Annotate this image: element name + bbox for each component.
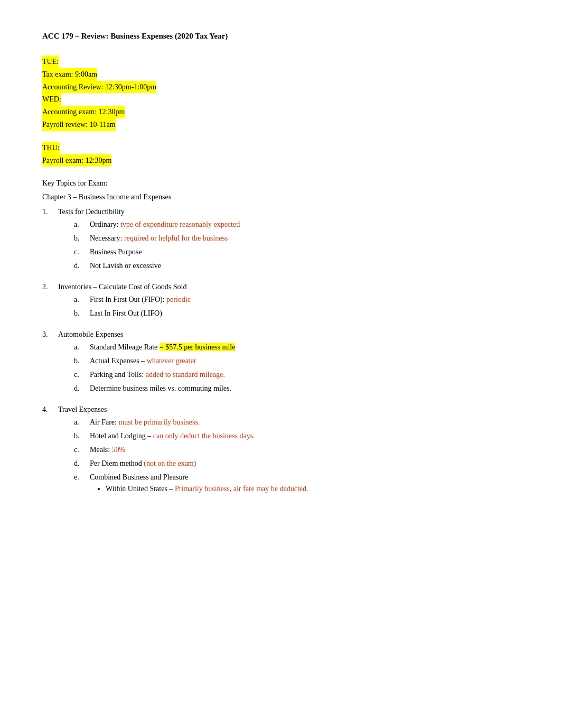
page-title: ACC 179 – Review: Business Expenses (202… bbox=[42, 32, 519, 41]
item-1-num: 1. bbox=[42, 208, 58, 216]
sub-item-3d: d. Determine business miles vs. commutin… bbox=[58, 384, 519, 393]
letter-3b: b. bbox=[58, 357, 90, 365]
sub-4b-content: Hotel and Lodging – can only deduct the … bbox=[90, 432, 519, 440]
letter-4a: a. bbox=[58, 418, 90, 427]
letter-4b: b. bbox=[58, 432, 90, 440]
item-3-content: Automobile Expenses a. Standard Mileage … bbox=[58, 330, 519, 398]
bullet-list-4e: Within United States – Primarily busines… bbox=[90, 485, 519, 493]
chapter-heading: Chapter 3 – Business Income and Expenses bbox=[42, 193, 519, 201]
item-4-sublist: a. Air Fare: must be primarily business.… bbox=[58, 418, 519, 496]
within-us-colored: Primarily business, air fare may be dedu… bbox=[175, 485, 308, 493]
sub-item-1d: d. Not Lavish or excessive bbox=[58, 262, 519, 270]
letter-4e: e. bbox=[58, 473, 90, 482]
sub-item-4d: d. Per Diem method (not on the exam) bbox=[58, 459, 519, 468]
letter-2b: b. bbox=[58, 309, 90, 318]
sub-item-4b: b. Hotel and Lodging – can only deduct t… bbox=[58, 432, 519, 440]
main-list: 1. Tests for Deductibility a. Ordinary: … bbox=[42, 208, 519, 502]
item-3-sublist: a. Standard Mileage Rate = $57.5 per bus… bbox=[58, 343, 519, 393]
sub-3b-content: Actual Expenses – whatever greater bbox=[90, 357, 519, 365]
wed-item-1: Accounting exam: 12:30pm bbox=[42, 106, 125, 118]
sub-1a-content: Ordinary: type of expenditure reasonably… bbox=[90, 220, 519, 229]
airfare-colored: must be primarily business. bbox=[118, 418, 200, 426]
letter-d: d. bbox=[58, 262, 90, 270]
sub-4a-content: Air Fare: must be primarily business. bbox=[90, 418, 519, 427]
sub-item-1a: a. Ordinary: type of expenditure reasona… bbox=[58, 220, 519, 229]
sub-2b-content: Last In First Out (LIFO) bbox=[90, 309, 519, 318]
letter-3c: c. bbox=[58, 371, 90, 379]
sub-3a-content: Standard Mileage Rate = $57.5 per busine… bbox=[90, 343, 519, 352]
tue-item-2: Accounting Review: 12:30pm-1:00pm bbox=[42, 81, 156, 94]
sub-3c-content: Parking and Tolls: added to standard mil… bbox=[90, 371, 519, 379]
item-1-content: Tests for Deductibility a. Ordinary: typ… bbox=[58, 208, 519, 275]
wed-label: WED: bbox=[42, 93, 61, 106]
wed-item-2: Payroll review: 10-11am bbox=[42, 118, 116, 131]
letter-4d: d. bbox=[58, 459, 90, 468]
thu-label: THU: bbox=[42, 142, 60, 154]
sub-item-4c: c. Meals: 50% bbox=[58, 446, 519, 454]
sub-item-4e: e. Combined Business and Pleasure Within… bbox=[58, 473, 519, 496]
main-item-3: 3. Automobile Expenses a. Standard Milea… bbox=[42, 330, 519, 398]
main-item-1: 1. Tests for Deductibility a. Ordinary: … bbox=[42, 208, 519, 275]
letter-4c: c. bbox=[58, 446, 90, 454]
sub-item-2a: a. First In First Out (FIFO): periodic bbox=[58, 296, 519, 304]
item-1-label: Tests for Deductibility bbox=[58, 208, 125, 216]
item-4-content: Travel Expenses a. Air Fare: must be pri… bbox=[58, 406, 519, 502]
perdiem-colored: (not on the exam) bbox=[144, 459, 196, 467]
item-2-content: Inventories – Calculate Cost of Goods So… bbox=[58, 283, 519, 323]
item-2-sublist: a. First In First Out (FIFO): periodic b… bbox=[58, 296, 519, 318]
meals-colored: 50% bbox=[112, 446, 126, 454]
item-4-label: Travel Expenses bbox=[58, 406, 107, 413]
actual-expenses-colored: whatever greater bbox=[147, 357, 197, 365]
sub-1b-content: Necessary: required or helpful for the b… bbox=[90, 234, 519, 243]
item-2-label: Inventories – Calculate Cost of Goods So… bbox=[58, 283, 186, 291]
necessary-colored: required or helpful for the business bbox=[124, 234, 228, 242]
page-wrapper: ACC 179 – Review: Business Expenses (202… bbox=[42, 32, 519, 728]
sub-item-3c: c. Parking and Tolls: added to standard … bbox=[58, 371, 519, 379]
item-2-num: 2. bbox=[42, 283, 58, 291]
letter-c: c. bbox=[58, 248, 90, 256]
sub-1c-content: Business Purpose bbox=[90, 248, 519, 256]
main-item-4: 4. Travel Expenses a. Air Fare: must be … bbox=[42, 406, 519, 502]
fifo-colored: periodic bbox=[166, 296, 191, 303]
sub-4e-content: Combined Business and Pleasure Within Un… bbox=[90, 473, 519, 496]
sub-item-4a: a. Air Fare: must be primarily business. bbox=[58, 418, 519, 427]
bullet-4e-1: Within United States – Primarily busines… bbox=[106, 485, 519, 493]
letter-2a: a. bbox=[58, 296, 90, 304]
letter-3a: a. bbox=[58, 343, 90, 352]
letter-a: a. bbox=[58, 220, 90, 229]
sub-1d-content: Not Lavish or excessive bbox=[90, 262, 519, 270]
tue-label: TUE: bbox=[42, 56, 59, 68]
ordinary-colored: type of expenditure reasonably expected bbox=[120, 220, 240, 228]
sub-item-1b: b. Necessary: required or helpful for th… bbox=[58, 234, 519, 243]
thu-schedule: THU: Payroll exam: 12:30pm bbox=[42, 142, 519, 167]
hotel-colored: can only deduct the business days. bbox=[153, 432, 255, 440]
sub-4d-content: Per Diem method (not on the exam) bbox=[90, 459, 519, 468]
sub-item-3b: b. Actual Expenses – whatever greater bbox=[58, 357, 519, 365]
item-1-sublist: a. Ordinary: type of expenditure reasona… bbox=[58, 220, 519, 270]
sub-item-2b: b. Last In First Out (LIFO) bbox=[58, 309, 519, 318]
key-topics-label: Key Topics for Exam: bbox=[42, 179, 519, 188]
tue-wed-schedule: TUE: Tax exam: 9:00am Accounting Review:… bbox=[42, 56, 519, 131]
sub-2a-content: First In First Out (FIFO): periodic bbox=[90, 296, 519, 304]
tue-item-1: Tax exam: 9:00am bbox=[42, 68, 97, 81]
sub-3d-content: Determine business miles vs. commuting m… bbox=[90, 384, 519, 393]
parking-colored: added to standard mileage. bbox=[146, 371, 225, 379]
sub-4c-content: Meals: 50% bbox=[90, 446, 519, 454]
letter-3d: d. bbox=[58, 384, 90, 393]
letter-b: b. bbox=[58, 234, 90, 243]
mileage-rate-highlight: = $57.5 per business mile bbox=[160, 343, 236, 351]
item-3-label: Automobile Expenses bbox=[58, 330, 123, 338]
item-4-num: 4. bbox=[42, 406, 58, 414]
main-item-2: 2. Inventories – Calculate Cost of Goods… bbox=[42, 283, 519, 323]
thu-item-1: Payroll exam: 12:30pm bbox=[42, 154, 111, 167]
item-3-num: 3. bbox=[42, 330, 58, 339]
sub-item-1c: c. Business Purpose bbox=[58, 248, 519, 256]
sub-item-3a: a. Standard Mileage Rate = $57.5 per bus… bbox=[58, 343, 519, 352]
